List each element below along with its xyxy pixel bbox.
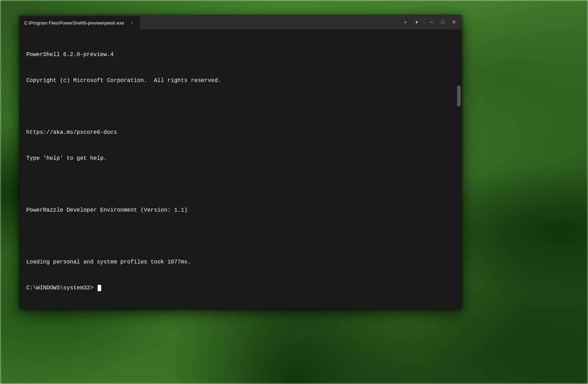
terminal-line-5: Type 'help' to get help.	[26, 154, 455, 163]
terminal-line-8	[26, 232, 455, 240]
new-tab-button[interactable]: +	[400, 17, 411, 27]
terminal-line-3	[26, 102, 455, 111]
terminal-line-4: https://aka.ms/pscore6-docs	[26, 128, 455, 137]
scrollbar[interactable]	[457, 85, 461, 107]
close-button[interactable]: ✕	[449, 17, 459, 27]
tab-area: C:\Program Files\PowerShell\6-preview\pw…	[19, 15, 397, 29]
tab-title: C:\Program Files\PowerShell\6-preview\pw…	[24, 20, 124, 26]
terminal-cursor	[98, 285, 101, 291]
terminal-area[interactable]: PowerShell 6.2.0-preview.4 Copyright (c)…	[19, 29, 462, 309]
terminal-line-9: Loading personal and system profiles too…	[26, 258, 455, 266]
terminal-line-1: PowerShell 6.2.0-preview.4	[26, 50, 455, 59]
terminal-line-7: PowerRazzle Developer Environment (Versi…	[26, 206, 455, 214]
terminal-line-6	[26, 180, 455, 188]
titlebar-separator	[424, 19, 424, 26]
terminal-output: PowerShell 6.2.0-preview.4 Copyright (c)…	[26, 34, 455, 309]
terminal-line-2: Copyright (c) Microsoft Corporation. All…	[26, 76, 455, 85]
titlebar: C:\Program Files\PowerShell\6-preview\pw…	[19, 15, 462, 29]
terminal-prompt-line: C:\WINDOWS\system32>	[26, 284, 455, 292]
powershell-window: C:\Program Files\PowerShell\6-preview\pw…	[19, 15, 462, 309]
dropdown-button[interactable]: ▾	[411, 17, 422, 27]
titlebar-actions: + ▾ ─ □ ✕	[397, 15, 462, 29]
maximize-button[interactable]: □	[438, 17, 448, 27]
tab-powershell[interactable]: C:\Program Files\PowerShell\6-preview\pw…	[19, 16, 140, 29]
minimize-button[interactable]: ─	[426, 17, 437, 27]
tab-close-button[interactable]: ×	[129, 20, 135, 26]
